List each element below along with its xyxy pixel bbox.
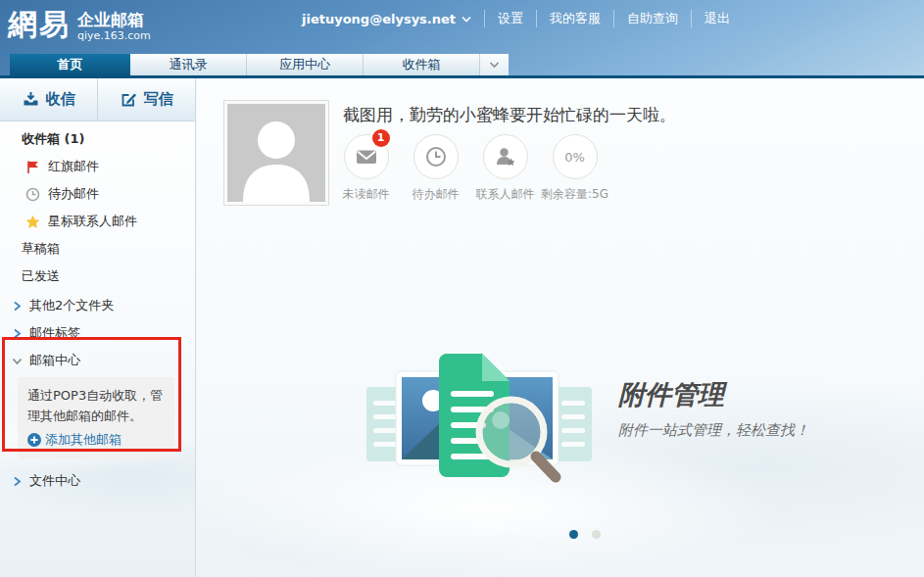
banner-title: 附件管理 — [618, 377, 809, 412]
stat-todo-label: 待办邮件 — [413, 186, 460, 203]
stat-remaining-capacity[interactable]: 0% 剩余容量:5G — [540, 134, 609, 203]
tab-dropdown-button[interactable] — [480, 54, 509, 75]
stat-todo-mail[interactable]: 待办邮件 — [401, 134, 470, 203]
stat-unread-mail[interactable]: 1 未读邮件 — [331, 134, 401, 203]
top-nav-links: 设置 我的客服 自助查询 退出 — [471, 10, 743, 27]
stat-contact-label: 联系人邮件 — [476, 186, 535, 203]
unread-badge: 1 — [372, 129, 390, 147]
stats-row: 1 未读邮件 待办邮件 联系人邮件 — [331, 134, 609, 203]
section-file-center[interactable]: 文件中心 — [0, 467, 195, 495]
contact-star-icon — [494, 145, 517, 168]
clock-icon — [25, 187, 40, 202]
compose-mail-icon — [121, 91, 137, 108]
folder-drafts-label: 草稿箱 — [22, 240, 60, 258]
folder-list: 收件箱 (1) 红旗邮件 待办邮件 星标联系人邮件 草稿箱 已发送 — [0, 125, 195, 290]
stat-contact-mail[interactable]: 联系人邮件 — [470, 134, 540, 203]
folder-starred-contacts-mail[interactable]: 星标联系人邮件 — [0, 208, 195, 235]
sidebar-sections: 其他2个文件夹 邮件标签 邮箱中心 通过POP3自动收取，管理其他邮箱的邮件。 … — [0, 292, 195, 495]
logo-netease: 網易 — [8, 8, 71, 41]
logout-link[interactable]: 退出 — [691, 10, 743, 27]
account-email: jietuyong@elysys.net — [302, 12, 456, 26]
tab-inbox[interactable]: 收件箱 — [364, 54, 480, 75]
section-file-center-label: 文件中心 — [29, 472, 80, 490]
compose-mail-button[interactable]: 写信 — [98, 78, 195, 120]
mail-center-description: 通过POP3自动收取，管理其他邮箱的邮件。 — [27, 385, 165, 426]
folder-inbox-label: 收件箱 (1) — [22, 130, 84, 148]
add-other-mailbox-label: 添加其他邮箱 — [45, 429, 122, 450]
section-other-folders-label: 其他2个文件夹 — [29, 297, 114, 314]
mail-center-panel: 通过POP3自动收取，管理其他邮箱的邮件。 添加其他邮箱 — [18, 377, 174, 459]
avatar[interactable] — [224, 101, 328, 205]
logo-domain: qiye.163.com — [77, 29, 151, 42]
receive-mail-label: 收信 — [46, 90, 75, 109]
receive-mail-icon — [23, 91, 39, 108]
carousel-dot-2[interactable] — [592, 530, 601, 539]
chevron-right-icon — [12, 301, 23, 312]
folder-drafts[interactable]: 草稿箱 — [0, 235, 195, 263]
customer-service-link[interactable]: 我的客服 — [536, 10, 613, 27]
capacity-percent-value: 0% — [564, 150, 585, 165]
greeting-text: 截图用，勤劳的小蜜蜂要开始忙碌的一天啦。 — [343, 104, 676, 126]
folder-sent[interactable]: 已发送 — [0, 263, 195, 290]
star-icon — [25, 215, 40, 229]
stat-unread-label: 未读邮件 — [343, 186, 390, 203]
carousel-dots — [569, 530, 601, 539]
chevron-right-icon — [12, 328, 23, 339]
section-mail-center-label: 邮箱中心 — [29, 352, 80, 369]
envelope-icon — [355, 145, 378, 168]
section-other-folders[interactable]: 其他2个文件夹 — [0, 292, 195, 319]
folder-starred-label: 星标联系人邮件 — [48, 213, 137, 230]
folder-todo-label: 待办邮件 — [48, 185, 99, 203]
logo-product-name: 企业邮箱 — [77, 10, 151, 29]
chevron-right-icon — [12, 476, 23, 487]
section-mail-center[interactable]: 邮箱中心 — [0, 347, 195, 374]
tab-app-center[interactable]: 应用中心 — [247, 54, 364, 75]
folder-sent-label: 已发送 — [22, 267, 60, 285]
receive-mail-button[interactable]: 收信 — [0, 78, 98, 120]
folder-red-flag-mail[interactable]: 红旗邮件 — [0, 153, 195, 180]
banner-subtitle: 附件一站式管理，轻松查找！ — [618, 421, 809, 440]
clock-icon — [424, 145, 448, 168]
person-silhouette-icon — [227, 104, 325, 202]
folder-red-flag-label: 红旗邮件 — [48, 158, 99, 175]
tab-contacts[interactable]: 通讯录 — [130, 54, 247, 75]
folder-todo-mail[interactable]: 待办邮件 — [0, 180, 195, 208]
plus-circle-icon — [27, 433, 41, 447]
settings-link[interactable]: 设置 — [484, 10, 536, 27]
account-menu[interactable]: jietuyong@elysys.net — [302, 12, 471, 26]
folder-inbox[interactable]: 收件箱 (1) — [0, 125, 195, 153]
add-other-mailbox-link[interactable]: 添加其他邮箱 — [27, 429, 165, 450]
compose-mail-label: 写信 — [144, 90, 173, 109]
section-mail-tags-label: 邮件标签 — [29, 324, 80, 342]
chevron-down-icon — [12, 356, 23, 366]
stat-capacity-label: 剩余容量:5G — [541, 186, 608, 203]
chevron-down-icon — [489, 61, 500, 69]
main-tabs: 首页 通讯录 应用中心 收件箱 — [10, 54, 509, 75]
section-mail-tags[interactable]: 邮件标签 — [0, 319, 195, 347]
banner-text-block[interactable]: 附件管理 附件一站式管理，轻松查找！ — [618, 377, 809, 440]
main-content: 截图用，勤劳的小蜜蜂要开始忙碌的一天啦。 1 未读邮件 待办邮件 — [197, 78, 924, 577]
tab-home[interactable]: 首页 — [10, 54, 130, 75]
sidebar: 收信 写信 收件箱 (1) 红旗邮件 待办邮件 — [0, 78, 196, 577]
app-logo: 網易 企业邮箱 qiye.163.com — [8, 8, 151, 42]
carousel-dot-1[interactable] — [569, 530, 578, 539]
self-service-query-link[interactable]: 自助查询 — [613, 10, 691, 27]
red-flag-icon — [25, 160, 40, 174]
attachment-manager-illustration[interactable] — [363, 350, 596, 483]
chevron-down-icon — [462, 16, 471, 23]
